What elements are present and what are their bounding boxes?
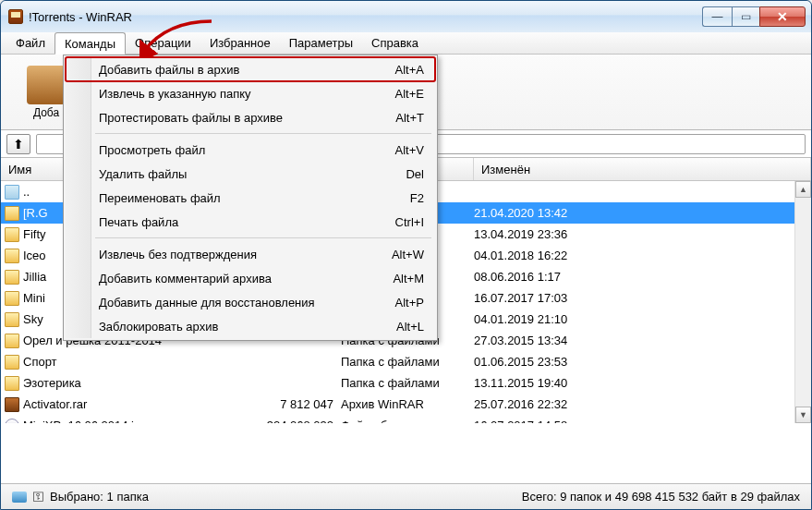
file-name: Activator.rar — [23, 397, 87, 411]
status-selected-text: Выбрано: 1 папка — [50, 490, 149, 504]
app-icon — [8, 9, 23, 24]
file-name-cell: Спорт — [1, 355, 248, 370]
status-bar: ⚿ Выбрано: 1 папка Всего: 9 папок и 49 6… — [1, 483, 811, 509]
commands-menu: Добавить файлы в архивAlt+AИзвлечь в ука… — [63, 55, 438, 341]
menu-item[interactable]: Удалить файлыDel — [66, 162, 435, 186]
menu-item[interactable]: Протестировать файлы в архивеAlt+T — [66, 105, 435, 129]
menu-item-shortcut: Ctrl+I — [395, 215, 424, 229]
file-name: MiniXP_16.06.2014.iso — [23, 419, 147, 423]
menu-favorites[interactable]: Избранное — [200, 32, 280, 54]
folder-icon — [5, 312, 19, 327]
menu-item-label: Переименовать файл — [99, 191, 395, 205]
menu-item-label: Печать файла — [99, 215, 381, 229]
menu-help[interactable]: Справка — [362, 32, 428, 54]
folder-icon — [5, 355, 19, 370]
drive-icon — [12, 492, 27, 503]
menu-item-label: Добавить файлы в архив — [99, 63, 381, 77]
file-type-cell: Папка с файлами — [341, 355, 474, 369]
menu-separator — [95, 237, 431, 238]
file-modified-cell: 01.06.2015 23:53 — [474, 355, 811, 369]
menu-item[interactable]: Добавить комментарий архиваAlt+M — [66, 266, 435, 290]
file-name: [R.G — [23, 206, 48, 220]
file-type-cell: Файл образа диска — [341, 419, 474, 423]
file-row[interactable]: Activator.rar7 812 047Архив WinRAR25.07.… — [1, 394, 811, 415]
file-modified-cell: 13.11.2015 19:40 — [474, 376, 811, 390]
menu-item-label: Добавить комментарий архива — [99, 272, 378, 285]
menu-item-label: Извлечь в указанную папку — [99, 87, 381, 101]
folder-icon — [5, 206, 19, 221]
menu-item[interactable]: Извлечь без подтвержденияAlt+W — [66, 242, 435, 266]
title-bar: !Torrents - WinRAR — ▭ ✕ — [1, 1, 811, 32]
file-modified-cell: 04.01.2018 16:22 — [474, 249, 811, 262]
close-button[interactable]: ✕ — [759, 6, 806, 27]
books-icon — [27, 66, 66, 104]
menu-item-shortcut: Del — [406, 167, 424, 181]
scroll-up-button[interactable]: ▲ — [795, 181, 811, 198]
menu-item[interactable]: Извлечь в указанную папкуAlt+E — [66, 81, 435, 105]
file-name: .. — [23, 185, 30, 199]
file-size-cell: 324 268 032 — [248, 419, 341, 423]
folder-icon — [5, 249, 19, 263]
file-name: Fifty — [23, 227, 46, 241]
menu-item-label: Удалить файлы — [99, 167, 391, 181]
file-name: Jillia — [23, 270, 46, 284]
menu-options[interactable]: Параметры — [280, 32, 362, 54]
menu-item-label: Заблокировать архив — [99, 320, 382, 334]
menu-operations[interactable]: Операции — [126, 32, 200, 54]
vertical-scrollbar[interactable]: ▲ ▼ — [794, 181, 811, 423]
menu-commands[interactable]: Команды — [55, 32, 126, 55]
file-modified-cell: 16.07.2017 14:58 — [474, 419, 811, 423]
up-icon — [5, 185, 19, 200]
file-modified-cell: 27.03.2015 13:34 — [474, 334, 811, 347]
folder-icon — [5, 376, 19, 391]
menu-item-shortcut: Alt+A — [395, 63, 424, 77]
file-name-cell: MiniXP_16.06.2014.iso — [1, 419, 248, 424]
menu-item-shortcut: F2 — [410, 191, 424, 205]
file-modified-cell: 25.07.2016 22:32 — [474, 397, 811, 411]
window-title: !Torrents - WinRAR — [29, 10, 132, 24]
file-modified-cell: 21.04.2020 13:42 — [474, 206, 811, 220]
app-window: !Torrents - WinRAR — ▭ ✕ Файл Команды Оп… — [0, 0, 812, 510]
menu-file[interactable]: Файл — [6, 32, 55, 54]
scroll-track[interactable] — [795, 198, 811, 407]
menu-item[interactable]: Переименовать файлF2 — [66, 186, 435, 210]
up-folder-button[interactable]: ⬆ — [6, 134, 30, 154]
menu-item-shortcut: Alt+E — [395, 87, 424, 101]
file-name: Эзотерика — [23, 376, 81, 390]
file-type-cell: Архив WinRAR — [341, 397, 474, 411]
toolbar-add-label: Доба — [33, 106, 59, 119]
rar-icon — [5, 397, 19, 412]
file-modified-cell: 04.01.2019 21:10 — [474, 312, 811, 326]
file-row[interactable]: СпортПапка с файлами01.06.2015 23:53 — [1, 351, 811, 372]
menu-item-shortcut: Alt+W — [392, 248, 424, 261]
column-modified-header[interactable]: Изменён — [474, 158, 811, 180]
menu-item-label: Добавить данные для восстановления — [99, 296, 381, 310]
scroll-down-button[interactable]: ▼ — [795, 407, 811, 423]
menu-item[interactable]: Просмотреть файлAlt+V — [66, 138, 435, 162]
file-row[interactable]: MiniXP_16.06.2014.iso324 268 032Файл обр… — [1, 415, 811, 423]
menu-separator — [95, 133, 431, 134]
window-buttons: — ▭ ✕ — [702, 6, 809, 27]
menu-item[interactable]: Добавить данные для восстановленияAlt+P — [66, 290, 435, 314]
menu-item[interactable]: Печать файлаCtrl+I — [66, 210, 435, 234]
menu-item-shortcut: Alt+T — [395, 111, 424, 125]
file-size-cell: 7 812 047 — [248, 397, 341, 411]
file-name: Iceo — [23, 249, 46, 262]
menu-bar: Файл Команды Операции Избранное Параметр… — [1, 32, 811, 55]
menu-item-label: Извлечь без подтверждения — [99, 248, 377, 261]
folder-icon — [5, 291, 19, 306]
minimize-button[interactable]: — — [702, 6, 732, 27]
file-modified-cell: 16.07.2017 17:03 — [474, 291, 811, 305]
menu-item-shortcut: Alt+V — [395, 143, 424, 157]
menu-item[interactable]: Заблокировать архивAlt+L — [66, 314, 435, 338]
file-modified-cell: 08.06.2016 1:17 — [474, 270, 811, 284]
maximize-button[interactable]: ▭ — [732, 6, 759, 27]
file-name: Sky — [23, 312, 43, 326]
menu-item-shortcut: Alt+M — [393, 272, 424, 285]
key-icon: ⚿ — [32, 490, 44, 504]
iso-icon — [5, 419, 19, 424]
file-name: Спорт — [23, 355, 57, 369]
file-row[interactable]: ЭзотерикаПапка с файлами13.11.2015 19:40 — [1, 372, 811, 394]
menu-item[interactable]: Добавить файлы в архивAlt+A — [66, 57, 435, 81]
file-name: Mini — [23, 291, 45, 305]
